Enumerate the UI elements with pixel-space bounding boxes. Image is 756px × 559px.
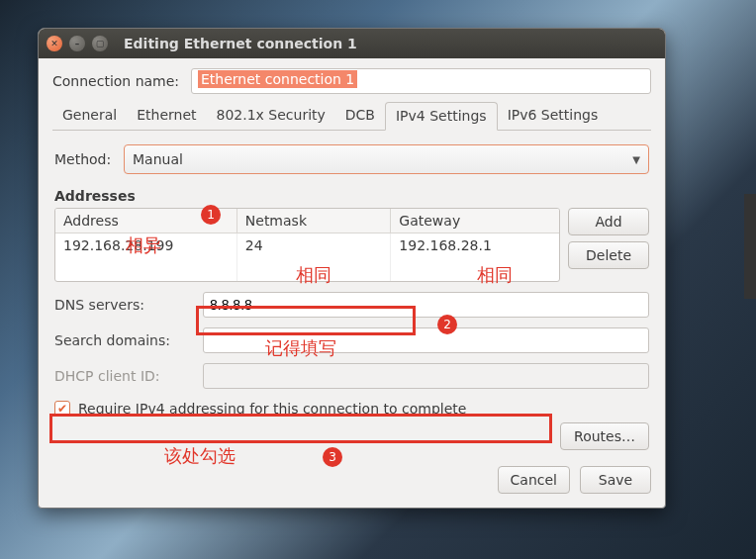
minimize-icon[interactable]: – (69, 36, 85, 51)
window-title: Editing Ethernet connection 1 (124, 36, 357, 51)
annotation-badge-1: 1 (201, 205, 221, 225)
background-panel-edge (744, 194, 756, 299)
addresses-heading: Addresses (54, 188, 649, 204)
cell-gateway[interactable] (391, 257, 559, 281)
annotation-box-require (49, 414, 552, 443)
annotation-text-check: 该处勾选 (164, 444, 236, 468)
method-select[interactable]: Manual ▼ (124, 144, 649, 174)
tab-ethernet[interactable]: Ethernet (127, 102, 206, 130)
method-label: Method: (54, 151, 124, 167)
ipv4-settings-panel: Method: Manual ▼ Addresses Address Netma… (52, 131, 651, 454)
cancel-button[interactable]: Cancel (498, 466, 570, 494)
annotation-box-dns (196, 306, 416, 335)
tab-ipv6-settings[interactable]: IPv6 Settings (498, 102, 609, 130)
chevron-down-icon: ▼ (632, 154, 640, 165)
connection-name-value: Ethernet connection 1 (198, 70, 357, 88)
annotation-text-fill: 记得填写 (265, 336, 336, 360)
dhcp-client-row: DHCP client ID: (54, 363, 649, 389)
routes-button[interactable]: Routes… (560, 422, 649, 450)
annotation-text-same-2: 相同 (477, 263, 513, 287)
close-icon[interactable]: ✕ (47, 36, 62, 51)
cell-gateway[interactable]: 192.168.28.1 (391, 233, 559, 257)
tab-bar: General Ethernet 802.1x Security DCB IPv… (52, 102, 651, 131)
table-header: Address Netmask Gateway (55, 209, 559, 233)
dhcp-client-label: DHCP client ID: (54, 368, 193, 384)
connection-name-input[interactable]: Ethernet connection 1 (191, 68, 651, 94)
annotation-text-diff: 相异 (126, 233, 161, 257)
col-netmask[interactable]: Netmask (237, 209, 392, 233)
delete-button[interactable]: Delete (568, 241, 649, 269)
method-value: Manual (133, 151, 183, 167)
titlebar[interactable]: ✕ – ▢ Editing Ethernet connection 1 (39, 29, 665, 58)
annotation-badge-3: 3 (323, 447, 342, 467)
connection-name-row: Connection name: Ethernet connection 1 (52, 68, 651, 94)
cell-netmask[interactable]: 24 (237, 233, 392, 257)
tab-8021x[interactable]: 802.1x Security (207, 102, 335, 130)
col-gateway[interactable]: Gateway (391, 209, 559, 233)
tab-dcb[interactable]: DCB (335, 102, 385, 130)
address-buttons: Add Delete (568, 208, 649, 282)
method-row: Method: Manual ▼ (54, 144, 649, 174)
save-button[interactable]: Save (580, 466, 651, 494)
annotation-text-same-1: 相同 (296, 263, 331, 287)
search-domains-label: Search domains: (54, 332, 193, 348)
cell-address[interactable] (55, 257, 237, 281)
tab-general[interactable]: General (52, 102, 127, 130)
dialog-footer: Cancel Save (52, 466, 651, 494)
dhcp-client-input (203, 363, 649, 389)
maximize-icon[interactable]: ▢ (92, 36, 108, 51)
annotation-badge-2: 2 (437, 315, 457, 334)
tab-ipv4-settings[interactable]: IPv4 Settings (385, 102, 498, 131)
dns-label: DNS servers: (54, 297, 193, 313)
connection-name-label: Connection name: (52, 73, 191, 89)
add-button[interactable]: Add (568, 208, 649, 235)
